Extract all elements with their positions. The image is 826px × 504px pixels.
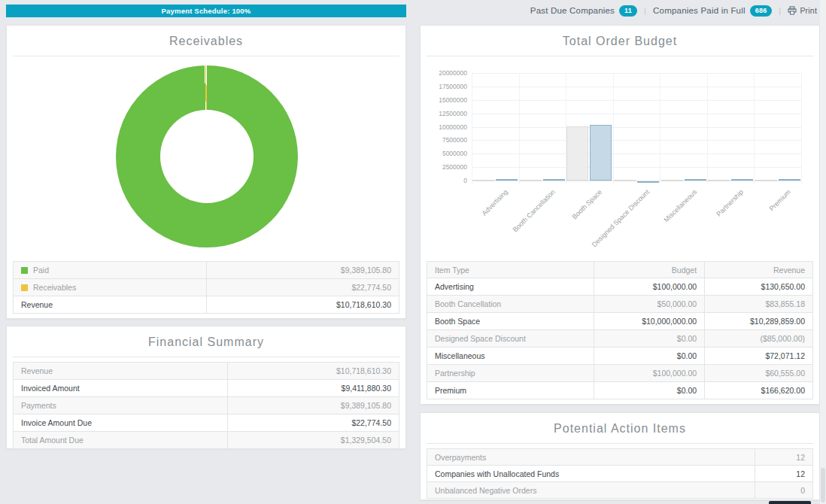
budget-bar-advertising[interactable] bbox=[472, 180, 494, 181]
financial-summary-title: Financial Summary bbox=[7, 326, 405, 349]
column-header-item-type: Item Type bbox=[427, 262, 594, 278]
row-label: Companies with Unallocated Funds bbox=[427, 466, 755, 481]
row-label: Paid bbox=[14, 262, 206, 278]
table-row: Invoice Amount Due$22,774.50 bbox=[14, 414, 399, 432]
table-row: Item TypeBudgetRevenue bbox=[427, 262, 812, 278]
table-row: Revenue$10,718,610.30 bbox=[14, 363, 399, 380]
table-row: Miscellaneous$0.00$72,071.12 bbox=[427, 348, 812, 365]
potential-action-items-card: Potential Action Items Overpayments12Com… bbox=[420, 412, 820, 500]
gridline-y bbox=[472, 153, 801, 154]
total-order-budget-card: Total Order Budget 200000001750000015000… bbox=[420, 25, 820, 405]
row-revenue: $83,855.18 bbox=[704, 296, 812, 312]
row-value: $10,718,610.30 bbox=[206, 296, 399, 313]
donut-hole bbox=[160, 110, 254, 203]
y-axis-tick-label: 5000000 bbox=[422, 150, 467, 157]
scrollbar-thumb[interactable] bbox=[821, 468, 825, 502]
row-value: $9,389,105.80 bbox=[227, 397, 399, 414]
budget-bar-booth-cancellation[interactable] bbox=[520, 180, 542, 181]
budget-bar-premium[interactable] bbox=[755, 180, 777, 181]
revenue-bar-booth-cancellation[interactable] bbox=[543, 179, 565, 181]
gridline-x bbox=[519, 73, 520, 185]
companies-paid-in-full-link[interactable]: Companies Paid in Full 686 bbox=[653, 5, 772, 17]
potential-action-items-table: Overpayments12Companies with Unallocated… bbox=[427, 448, 813, 499]
divider bbox=[427, 443, 813, 444]
row-label: Total Amount Due bbox=[14, 432, 227, 448]
row-value: $9,411,880.30 bbox=[227, 380, 399, 396]
below-fold-element bbox=[769, 501, 811, 504]
row-budget: $50,000.00 bbox=[594, 296, 704, 312]
table-row: Invoiced Amount$9,411,880.30 bbox=[14, 380, 399, 397]
legend-swatch bbox=[21, 267, 28, 274]
gridline-y bbox=[472, 140, 801, 141]
table-row: Partnership$100,000.00$60,555.00 bbox=[427, 365, 812, 382]
row-budget: $0.00 bbox=[594, 330, 704, 347]
row-label: Revenue bbox=[14, 296, 206, 313]
gridline-y bbox=[472, 87, 801, 87]
divider bbox=[13, 357, 399, 357]
row-value: 12 bbox=[755, 449, 812, 465]
legend-swatch bbox=[21, 284, 28, 291]
table-row: Total Amount Due$1,329,504.50 bbox=[14, 432, 399, 449]
revenue-bar-partnership[interactable] bbox=[731, 179, 753, 181]
y-axis-tick-label: 7500000 bbox=[422, 136, 467, 144]
financial-summary-card: Financial Summary Revenue$10,718,610.30I… bbox=[6, 326, 406, 449]
revenue-bar-advertising[interactable] bbox=[496, 179, 518, 181]
gridline-y bbox=[472, 100, 801, 101]
table-row: Companies with Unallocated Funds12 bbox=[427, 466, 812, 482]
row-revenue: $166,620.00 bbox=[704, 382, 812, 399]
budget-bar-partnership[interactable] bbox=[708, 180, 730, 181]
past-due-count-badge: 11 bbox=[619, 5, 637, 17]
header-separator: | bbox=[779, 6, 781, 15]
row-revenue: $72,071.12 bbox=[704, 348, 812, 364]
header-separator: | bbox=[644, 6, 646, 15]
past-due-companies-link[interactable]: Past Due Companies 11 bbox=[530, 5, 637, 17]
gridline-y bbox=[472, 167, 801, 168]
gridline-y bbox=[472, 114, 801, 114]
revenue-bar-premium[interactable] bbox=[779, 179, 800, 181]
revenue-bar-miscellaneous[interactable] bbox=[685, 179, 706, 181]
gridline-x bbox=[660, 73, 660, 185]
receivables-title: Receivables bbox=[7, 26, 405, 48]
row-item-type: Designed Space Discount bbox=[427, 330, 594, 347]
row-revenue: $10,289,859.00 bbox=[704, 313, 812, 329]
y-axis-tick-label: 10000000 bbox=[422, 123, 467, 131]
row-budget: $0.00 bbox=[594, 382, 704, 399]
table-row: Receivables$22,774.50 bbox=[14, 279, 399, 296]
gridline-x bbox=[707, 73, 708, 185]
budget-bar-booth-space[interactable] bbox=[566, 126, 588, 181]
row-revenue: $60,555.00 bbox=[704, 365, 812, 381]
y-axis-tick-label: 0 bbox=[422, 177, 467, 184]
receivables-donut-chart[interactable] bbox=[116, 65, 298, 247]
scrollbar-track[interactable] bbox=[820, 0, 826, 504]
table-row: Booth Cancellation$50,000.00$83,855.18 bbox=[427, 296, 812, 313]
row-value: 0 bbox=[755, 482, 812, 498]
budget-bar-miscellaneous[interactable] bbox=[661, 180, 683, 181]
row-budget: $100,000.00 bbox=[594, 365, 704, 381]
table-row: Advertising$100,000.00$130,650.00 bbox=[427, 278, 812, 296]
gridline-x bbox=[754, 73, 755, 185]
row-budget: $100,000.00 bbox=[594, 278, 704, 295]
row-label: Payments bbox=[14, 397, 227, 414]
past-due-companies-label: Past Due Companies bbox=[530, 6, 615, 15]
gridline-x bbox=[801, 73, 802, 185]
row-label: Revenue bbox=[14, 363, 227, 379]
print-button[interactable]: Print bbox=[788, 6, 817, 15]
divider bbox=[13, 56, 399, 56]
total-order-budget-table: Item TypeBudgetRevenueAdvertising$100,00… bbox=[427, 261, 813, 399]
table-row: Overpayments12 bbox=[427, 449, 812, 466]
total-order-budget-bar-chart[interactable]: 2000000017500000150000001250000010000000… bbox=[421, 26, 821, 259]
table-row: Unbalanced Negative Orders0 bbox=[427, 482, 812, 499]
budget-bar-designed-space-discount[interactable] bbox=[614, 180, 636, 181]
print-label: Print bbox=[800, 6, 817, 15]
companies-paid-in-full-label: Companies Paid in Full bbox=[653, 6, 746, 15]
row-label: Invoiced Amount bbox=[14, 380, 227, 396]
revenue-bar-booth-space[interactable] bbox=[590, 125, 612, 181]
table-row: Premium$0.00$166,620.00 bbox=[427, 382, 812, 399]
row-revenue: $130,650.00 bbox=[704, 278, 812, 295]
row-item-type: Premium bbox=[427, 382, 594, 399]
y-axis-tick-label: 2500000 bbox=[422, 163, 467, 171]
table-row: Revenue$10,718,610.30 bbox=[14, 296, 399, 314]
column-header-revenue: Revenue bbox=[704, 262, 812, 278]
financial-summary-table: Revenue$10,718,610.30Invoiced Amount$9,4… bbox=[13, 362, 399, 449]
revenue-bar-designed-space-discount[interactable] bbox=[637, 181, 659, 183]
